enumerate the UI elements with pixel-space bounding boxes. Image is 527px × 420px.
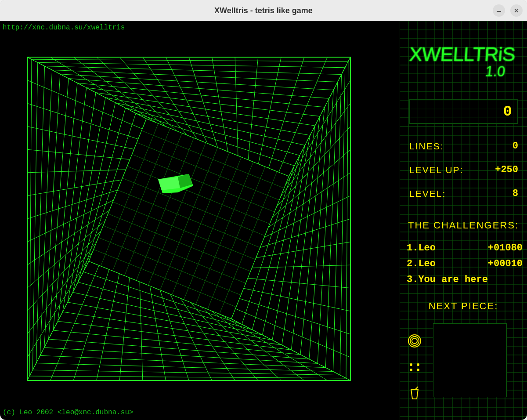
challenger-row-1: 1.Leo +01080: [407, 243, 523, 253]
url-text: http://xnc.dubna.su/xwelltris: [3, 24, 125, 32]
window-controls: [493, 4, 523, 17]
challenger-3-name: 3.You are here: [407, 274, 488, 285]
challenger-row-3: 3.You are here: [407, 274, 523, 285]
game-area[interactable]: http://xnc.dubna.su/xwelltris (c) Leo 20…: [0, 21, 527, 420]
app-window: XWelltris - tetris like game http://xnc.…: [0, 0, 527, 420]
svg-text:1.0: 1.0: [484, 63, 506, 79]
svg-line-91: [94, 250, 236, 307]
svg-line-88: [208, 167, 265, 309]
sidebar: XWELLTRiS 1.0 0 LINES: 0 LEVEL UP: +250 …: [400, 21, 527, 420]
svg-line-81: [118, 190, 260, 247]
minimize-button[interactable]: [493, 4, 505, 17]
sidebar-icon-column: [407, 333, 422, 402]
lines-row: LINES: 0: [409, 141, 518, 152]
svg-text:XWELLTRiS: XWELLTRiS: [408, 43, 516, 65]
svg-point-167: [417, 369, 419, 371]
svg-point-164: [410, 363, 412, 366]
challenger-1-name: 1.Leo: [407, 243, 436, 253]
score-box: 0: [409, 99, 518, 124]
game-logo: XWELLTRiS 1.0: [404, 34, 523, 96]
challenger-2-name: 2.Leo: [407, 258, 436, 269]
copyright-text: (c) Leo 2002 <leo@xnc.dubna.su>: [3, 409, 134, 416]
spiral-icon[interactable]: [407, 333, 422, 349]
svg-line-89: [98, 238, 241, 295]
falling-piece: [158, 174, 193, 193]
svg-line-87: [103, 226, 246, 283]
svg-line-85: [108, 214, 251, 272]
levelup-row: LEVEL UP: +250: [409, 164, 518, 175]
svg-marker-99: [158, 177, 180, 190]
score-value: 0: [503, 103, 512, 120]
svg-line-84: [184, 157, 242, 300]
challenger-row-2: 2.Leo +00010: [407, 258, 523, 269]
svg-point-165: [417, 363, 419, 366]
level-value: 8: [513, 188, 518, 199]
level-label: LEVEL:: [409, 188, 446, 199]
well-grid: [26, 56, 351, 381]
close-button[interactable]: [510, 4, 523, 17]
challenger-1-score: +01080: [488, 243, 523, 253]
svg-line-83: [113, 202, 256, 259]
levelup-value: +250: [495, 164, 518, 175]
levelup-label: LEVEL UP:: [409, 165, 463, 175]
window-title: XWelltris - tetris like game: [214, 6, 313, 15]
challenger-2-score: +00010: [488, 258, 523, 269]
lines-value: 0: [513, 141, 518, 152]
svg-line-86: [196, 162, 253, 305]
challengers-title: THE CHALLENGERS:: [400, 220, 527, 231]
shuffle-icon[interactable]: [407, 359, 422, 375]
drink-icon[interactable]: [407, 386, 422, 402]
next-piece-box: [433, 323, 507, 397]
lines-label: LINES:: [409, 141, 444, 152]
svg-point-166: [410, 369, 412, 371]
next-piece-title: NEXT PIECE:: [400, 301, 527, 312]
play-well[interactable]: [26, 56, 351, 381]
svg-line-90: [220, 171, 277, 314]
title-bar[interactable]: XWelltris - tetris like game: [0, 0, 527, 21]
level-row: LEVEL: 8: [409, 188, 518, 199]
svg-line-82: [172, 152, 229, 295]
